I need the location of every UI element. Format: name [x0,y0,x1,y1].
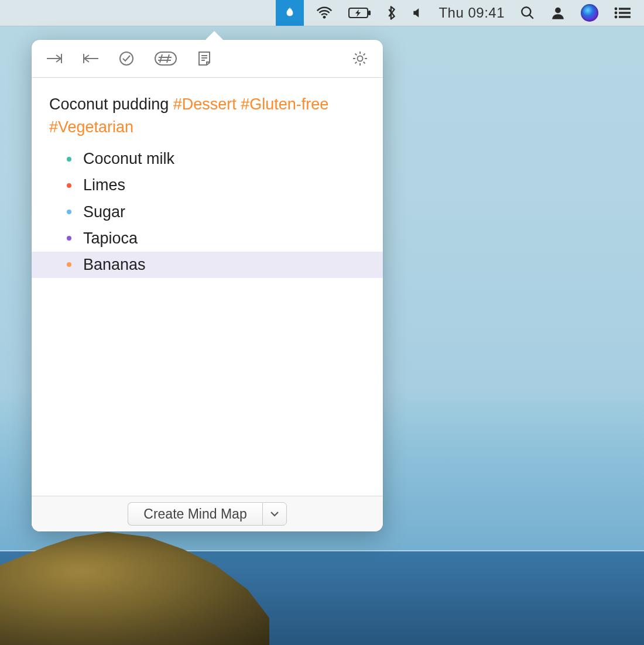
menubar: Thu 09:41 [0,0,644,26]
note-tag[interactable]: #Vegetarian [49,118,133,136]
user-icon[interactable] [550,0,566,26]
create-dropdown-button[interactable] [262,502,287,526]
indent-right-button[interactable] [46,52,63,65]
siri-icon[interactable] [581,0,598,26]
bullet-icon [67,183,71,188]
list-item-text: Tapioca [83,227,138,250]
list-item-text: Coconut milk [83,147,174,170]
list-item[interactable]: Bananas [32,252,383,278]
popover-toolbar [32,40,383,78]
note-title-line[interactable]: Coconut pudding #Dessert #Gluten-free #V… [32,93,383,141]
checkbox-toggle-button[interactable] [118,50,135,67]
bullet-icon [67,210,71,214]
list-item-text: Sugar [83,201,125,224]
svg-rect-17 [155,52,176,65]
svg-rect-2 [368,11,371,15]
svg-line-4 [529,15,533,19]
svg-point-3 [522,7,530,16]
settings-button[interactable] [351,50,369,67]
create-mind-map-button[interactable]: Create Mind Map [128,502,262,526]
note-editor[interactable]: Coconut pudding #Dessert #Gluten-free #V… [32,78,383,496]
indent-left-button[interactable] [82,52,100,65]
list-item-text: Bananas [83,253,146,276]
svg-rect-9 [619,12,631,13]
bullet-icon [67,236,71,241]
wallpaper-rock [0,522,269,645]
list-item[interactable]: Coconut milk [32,146,383,172]
svg-point-5 [555,8,561,13]
wifi-icon[interactable] [316,0,333,26]
volume-icon[interactable] [412,0,423,26]
svg-point-6 [615,8,618,11]
note-item-list: Coconut milk Limes Sugar Tapioca Bananas [32,146,383,278]
bullet-icon [67,262,71,267]
note-button[interactable] [197,50,212,67]
svg-line-19 [167,54,169,63]
desktop: Thu 09:41 [0,0,644,645]
spotlight-icon[interactable] [520,0,535,26]
svg-rect-7 [619,8,631,9]
note-tag[interactable]: #Dessert [173,95,237,113]
popover-footer: Create Mind Map [32,496,383,531]
menubar-app-icon[interactable] [276,0,304,26]
battery-charging-icon[interactable] [348,0,372,26]
svg-point-16 [120,52,133,65]
note-tag[interactable]: #Gluten-free [241,95,328,113]
svg-point-0 [323,16,326,19]
list-item[interactable]: Sugar [32,199,383,225]
menubar-clock[interactable]: Thu 09:41 [439,0,505,26]
bluetooth-icon[interactable] [387,0,396,26]
list-item[interactable]: Limes [32,172,383,198]
svg-rect-11 [619,16,631,18]
list-item[interactable]: Tapioca [32,225,383,252]
svg-point-10 [615,16,618,19]
notification-center-icon[interactable] [614,0,631,26]
note-title: Coconut pudding [49,95,169,113]
svg-point-8 [615,12,618,15]
quick-entry-popover: Coconut pudding #Dessert #Gluten-free #V… [32,40,383,531]
list-item-text: Limes [83,174,125,197]
svg-line-18 [160,54,162,63]
bullet-icon [67,157,71,162]
svg-point-25 [358,56,363,61]
tag-button[interactable] [153,50,178,67]
